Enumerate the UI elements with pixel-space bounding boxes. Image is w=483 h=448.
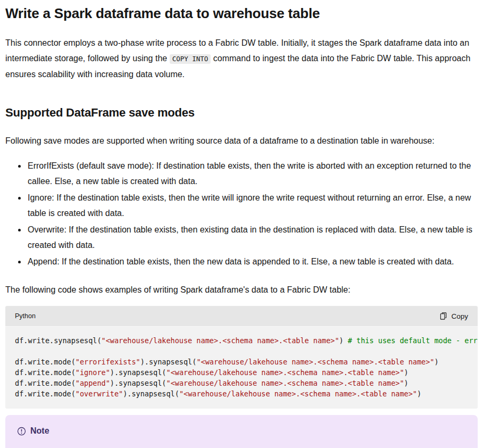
note-header: Note	[17, 426, 465, 436]
code-line: df.write.synapsesql("<warehouse/lakehous…	[15, 335, 468, 346]
article-content: Write a Spark dataframe data to warehous…	[0, 4, 483, 448]
code-line: df.write.mode("append").synapsesql("<war…	[15, 378, 468, 388]
info-exclamation-icon	[17, 427, 26, 436]
list-item: Overwrite: If the destination table exis…	[27, 222, 478, 253]
page-title: Write a Spark dataframe data to warehous…	[5, 4, 478, 22]
code-line: df.write.mode("ignore").synapsesql("<war…	[15, 367, 468, 378]
copy-into-inline-code: COPY INTO	[170, 54, 211, 64]
code-line: df.write.mode("overwrite").synapsesql("<…	[15, 388, 468, 399]
section-lead: Following save modes are supported when …	[5, 133, 478, 148]
save-modes-list: ErrorIfExists (default save mode): If de…	[5, 158, 478, 269]
copy-icon	[439, 312, 447, 320]
note-label: Note	[30, 426, 49, 436]
list-item: Ignore: If the destination table exists,…	[27, 190, 478, 221]
code-language-label: Python	[15, 312, 36, 320]
code-block: Python Copy df.write.synapsesql("<wareho…	[5, 306, 478, 409]
code-intro-paragraph: The following code shows examples of wri…	[5, 282, 478, 297]
list-item: ErrorIfExists (default save mode): If de…	[27, 158, 478, 189]
copy-button[interactable]: Copy	[439, 312, 468, 320]
code-line: df.write.mode("errorifexists").synapsesq…	[15, 356, 468, 367]
code-content[interactable]: df.write.synapsesql("<warehouse/lakehous…	[5, 327, 478, 409]
note-callout: Note The connector supports writing to a…	[5, 415, 478, 448]
code-block-header: Python Copy	[5, 306, 478, 327]
code-line	[15, 346, 468, 356]
intro-paragraph: This connector employs a two-phase write…	[5, 35, 478, 82]
list-item: Append: If the destination table exists,…	[27, 254, 478, 269]
copy-button-label: Copy	[451, 312, 468, 320]
section-heading-save-modes: Supported DataFrame save modes	[5, 105, 478, 120]
